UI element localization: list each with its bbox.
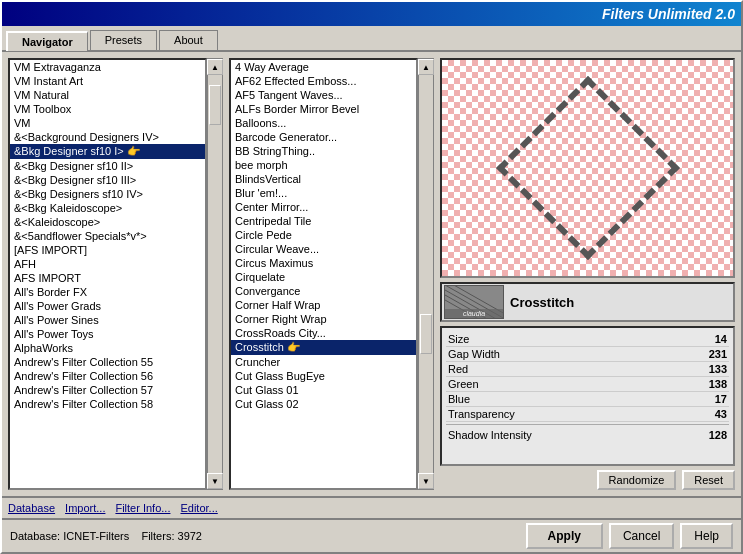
list-item[interactable]: Centripedal Tile	[231, 214, 416, 228]
list-item[interactable]: BB StringThing..	[231, 144, 416, 158]
param-green-label: Green	[448, 378, 479, 390]
status-info: Database: ICNET-Filters Filters: 3972	[10, 530, 202, 542]
list-item[interactable]: ALFs Border Mirror Bevel	[231, 102, 416, 116]
param-gap-value: 231	[709, 348, 727, 360]
scroll-thumb[interactable]	[420, 314, 432, 354]
left-scrollbar[interactable]: ▲ ▼	[207, 58, 223, 490]
list-item[interactable]: Andrew's Filter Collection 57	[10, 383, 205, 397]
shadow-label: Shadow Intensity	[448, 429, 568, 441]
param-transparency-label: Transparency	[448, 408, 515, 420]
diamond-shape	[496, 76, 680, 260]
category-list[interactable]: VM Extravaganza VM Instant Art VM Natura…	[8, 58, 207, 490]
list-item[interactable]: Cut Glass 01	[231, 383, 416, 397]
shadow-intensity-row: Shadow Intensity 128	[446, 424, 729, 445]
list-item[interactable]: 4 Way Average	[231, 60, 416, 74]
list-item[interactable]: Cirquelate	[231, 270, 416, 284]
list-item[interactable]: All's Border FX	[10, 285, 205, 299]
list-item[interactable]: [AFS IMPORT]	[10, 243, 205, 257]
list-item[interactable]: Barcode Generator...	[231, 130, 416, 144]
scroll-down-arrow[interactable]: ▼	[207, 473, 223, 489]
list-item[interactable]: &<Kaleidoscope>	[10, 215, 205, 229]
filter-title-label: Crosstitch	[510, 295, 574, 310]
bottom-toolbar: Database Import... Filter Info... Editor…	[2, 496, 741, 518]
thumbnail-label: claudia	[445, 309, 503, 318]
list-item[interactable]: AF62 Effected Emboss...	[231, 74, 416, 88]
list-item[interactable]: All's Power Grads	[10, 299, 205, 313]
param-blue: Blue 17	[446, 392, 729, 407]
filter-list[interactable]: 4 Way Average AF62 Effected Emboss... AF…	[229, 58, 418, 490]
list-item[interactable]: Corner Half Wrap	[231, 298, 416, 312]
preview-content	[442, 60, 733, 276]
reset-button[interactable]: Reset	[682, 470, 735, 490]
list-item[interactable]: Cruncher	[231, 355, 416, 369]
filter-info-link[interactable]: Filter Info...	[115, 502, 170, 514]
editor-link[interactable]: Editor...	[180, 502, 217, 514]
param-size-value: 14	[715, 333, 727, 345]
list-item[interactable]: Circus Maximus	[231, 256, 416, 270]
list-item[interactable]: AFH	[10, 257, 205, 271]
cancel-button[interactable]: Cancel	[609, 523, 674, 549]
list-item[interactable]: AF5 Tangent Waves...	[231, 88, 416, 102]
tab-navigator[interactable]: Navigator	[6, 31, 88, 51]
thumbnail-image: claudia	[444, 285, 504, 319]
list-item[interactable]: Cut Glass 02	[231, 397, 416, 411]
database-link[interactable]: Database	[8, 502, 55, 514]
list-item[interactable]: &<5andflower Specials*v*>	[10, 229, 205, 243]
param-size-label: Size	[448, 333, 469, 345]
list-item[interactable]: Circle Pede	[231, 228, 416, 242]
list-item[interactable]: &<Bkg Designer sf10 III>	[10, 173, 205, 187]
scroll-down-arrow[interactable]: ▼	[418, 473, 434, 489]
param-transparency-value: 43	[715, 408, 727, 420]
list-item-crosstitch[interactable]: Crosstitch 👉	[231, 340, 416, 355]
tab-presets[interactable]: Presets	[90, 30, 157, 50]
middle-scrollbar[interactable]: ▲ ▼	[418, 58, 434, 490]
import-link[interactable]: Import...	[65, 502, 105, 514]
list-item[interactable]: BlindsVertical	[231, 172, 416, 186]
list-item[interactable]: VM	[10, 116, 205, 130]
param-gap: Gap Width 231	[446, 347, 729, 362]
list-item[interactable]: &<Bkg Designers sf10 IV>	[10, 187, 205, 201]
list-item[interactable]: &<Bkg Kaleidoscope>	[10, 201, 205, 215]
list-item[interactable]: All's Power Toys	[10, 327, 205, 341]
preview-area	[440, 58, 735, 278]
list-item[interactable]: VM Natural	[10, 88, 205, 102]
shadow-value: 128	[709, 429, 727, 441]
list-item[interactable]: Andrew's Filter Collection 55	[10, 355, 205, 369]
list-item[interactable]: Convergance	[231, 284, 416, 298]
list-item[interactable]: &<Background Designers IV>	[10, 130, 205, 144]
left-panel: VM Extravaganza VM Instant Art VM Natura…	[8, 58, 223, 490]
list-item[interactable]: AFS IMPORT	[10, 271, 205, 285]
list-item[interactable]: VM Toolbox	[10, 102, 205, 116]
param-gap-label: Gap Width	[448, 348, 500, 360]
right-panel: claudia Crosstitch Size 14 Gap Width 231…	[440, 58, 735, 490]
list-item[interactable]: VM Extravaganza	[10, 60, 205, 74]
list-item[interactable]: VM Instant Art	[10, 74, 205, 88]
list-item[interactable]: AlphaWorks	[10, 341, 205, 355]
scroll-up-arrow[interactable]: ▲	[418, 59, 434, 75]
help-button[interactable]: Help	[680, 523, 733, 549]
list-item[interactable]: Balloons...	[231, 116, 416, 130]
middle-panel: 4 Way Average AF62 Effected Emboss... AF…	[229, 58, 434, 490]
list-item[interactable]: CrossRoads City...	[231, 326, 416, 340]
scroll-up-arrow[interactable]: ▲	[207, 59, 223, 75]
apply-button[interactable]: Apply	[526, 523, 603, 549]
randomize-button[interactable]: Randomize	[597, 470, 677, 490]
list-item[interactable]: bee morph	[231, 158, 416, 172]
list-item[interactable]: All's Power Sines	[10, 313, 205, 327]
list-item-selected[interactable]: &Bkg Designer sf10 I> 👉	[10, 144, 205, 159]
list-item[interactable]: Cut Glass BugEye	[231, 369, 416, 383]
list-item[interactable]: Center Mirror...	[231, 200, 416, 214]
list-item[interactable]: Corner Right Wrap	[231, 312, 416, 326]
list-item[interactable]: &<Bkg Designer sf10 II>	[10, 159, 205, 173]
scroll-thumb[interactable]	[209, 85, 221, 125]
status-bar: Database: ICNET-Filters Filters: 3972 Ap…	[2, 518, 741, 552]
title-bar-text: Filters Unlimited 2.0	[602, 6, 735, 22]
scroll-thumb-area	[419, 75, 433, 473]
list-item[interactable]: Circular Weave...	[231, 242, 416, 256]
main-content: VM Extravaganza VM Instant Art VM Natura…	[2, 52, 741, 496]
randomize-reset-row: Randomize Reset	[440, 470, 735, 490]
tab-about[interactable]: About	[159, 30, 218, 50]
list-item[interactable]: Andrew's Filter Collection 56	[10, 369, 205, 383]
list-item[interactable]: Andrew's Filter Collection 58	[10, 397, 205, 411]
list-item[interactable]: Blur 'em!...	[231, 186, 416, 200]
